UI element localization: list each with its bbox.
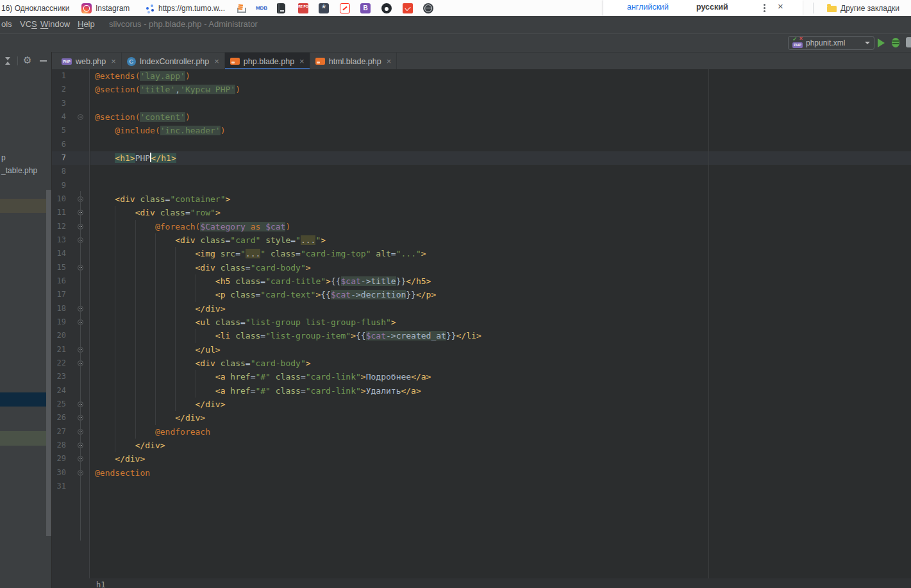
collapse-all-icon[interactable] [4, 57, 12, 65]
tab-php-blade-php[interactable]: php.blade.php × [225, 53, 310, 70]
code-line[interactable] [90, 138, 911, 151]
line-number: 15 [57, 261, 66, 274]
code-line[interactable]: <h1>PHP</h1> [90, 151, 911, 165]
translate-source-link[interactable]: английский [627, 3, 669, 12]
code-line[interactable]: <h5 class="card-title">{{$cat->title}}</… [90, 274, 911, 288]
menu-item-vcs[interactable]: VCS [20, 19, 37, 29]
code-line[interactable]: <img src="..." class="card-img-top" alt=… [90, 247, 911, 260]
code-token: <div [196, 358, 221, 368]
code-line[interactable]: <ul class="list-group list-group-flush"> [90, 315, 911, 329]
bookmark-globe[interactable] [423, 0, 433, 16]
line-number: 12 [57, 220, 66, 233]
code-line[interactable] [90, 97, 911, 110]
code-line[interactable]: <div class="card-body"> [90, 261, 911, 274]
code-line[interactable]: </div> [90, 411, 911, 424]
tab-indexcontroller-php[interactable]: C IndexController.php × [122, 53, 225, 70]
code-line[interactable]: @endsection [90, 466, 911, 480]
code-line[interactable]: <div class="card-body"> [90, 357, 911, 370]
bookmark-bootstrap[interactable]: B [360, 0, 371, 16]
bookmark-book[interactable] [277, 0, 285, 16]
hide-panel-icon[interactable] [40, 60, 47, 62]
translate-options-icon[interactable] [764, 4, 765, 6]
breadcrumb-h1[interactable]: h1 [96, 580, 105, 588]
code-line[interactable]: <a href="#" class="card-link">Удалить</a… [90, 384, 911, 398]
other-bookmarks-button[interactable]: Другие закладки [827, 0, 899, 16]
code-token: <a [215, 372, 230, 382]
indent-guide [115, 206, 115, 219]
code-token: = [301, 372, 306, 382]
code-line[interactable]: @include('inc.header') [90, 124, 911, 137]
code-lines[interactable]: @extends('lay.app')@section('title','Кур… [90, 69, 911, 578]
translate-target-link[interactable]: русский [696, 3, 728, 12]
code-token: > [326, 276, 331, 286]
menu-item-tools-partial[interactable]: ols [1, 19, 12, 29]
code-token: @include [115, 126, 155, 135]
bookmark-tumo[interactable]: https://gm.tumo.w... [144, 0, 225, 16]
tree-item-partial[interactable]: p [0, 151, 52, 165]
fold-marker-start[interactable] [78, 114, 83, 120]
code-line[interactable]: <div class="container"> [90, 192, 911, 206]
bookmark-laravel-outline[interactable] [340, 0, 350, 16]
tree-item-partial[interactable]: _table.php [0, 164, 52, 178]
close-icon[interactable]: × [214, 56, 219, 66]
tree-item-highlighted[interactable] [0, 199, 52, 213]
code-token: class [276, 372, 301, 382]
close-icon[interactable]: × [299, 56, 305, 66]
code-token: }} [396, 276, 406, 286]
line-number: 14 [57, 247, 66, 260]
coverage-icon-partial[interactable] [906, 37, 911, 47]
code-line[interactable]: </div> [90, 302, 911, 315]
gear-icon[interactable]: ⚙ [23, 55, 31, 65]
code-line[interactable]: @extends('lay.app') [90, 69, 911, 83]
code-line[interactable]: <a href="#" class="card-link">Подробнее<… [90, 370, 911, 383]
php-class-icon: C [127, 57, 136, 66]
bookmark-laravel[interactable] [403, 0, 413, 16]
tab-web-php[interactable]: PHP web.php × [56, 53, 122, 70]
code-line[interactable] [90, 179, 911, 192]
code-line[interactable]: @endforeach [90, 425, 911, 439]
folder-icon [827, 6, 837, 12]
bookmark-odnoklassniki[interactable]: 16) Одноклассники [1, 0, 69, 16]
code-token: @endforeach [155, 427, 210, 437]
editor[interactable]: 1234567891011121314151617181920212223242… [52, 69, 911, 578]
code-line[interactable]: </ul> [90, 343, 911, 357]
run-button[interactable] [878, 38, 885, 47]
code-token: </div> [115, 454, 145, 464]
bookmark-github[interactable] [381, 0, 392, 16]
translate-close-icon[interactable]: × [778, 1, 783, 12]
code-line[interactable]: </div> [90, 439, 911, 452]
run-configuration-select[interactable]: ✓×PHP phpunit.xml [788, 36, 874, 50]
bookmark-repo[interactable]: RE PO [298, 0, 308, 16]
bookmark-instagram[interactable]: Instagram [81, 0, 130, 16]
bookmark-stackoverflow[interactable] [235, 0, 246, 16]
line-number: 4 [62, 110, 66, 124]
code-line[interactable]: <p class="card-text">{{$cat->decrition}}… [90, 288, 911, 301]
line-number: 23 [57, 370, 66, 383]
code-line[interactable] [90, 165, 911, 178]
menu-item-window[interactable]: Window [40, 19, 70, 29]
tab-html-blade-php[interactable]: html.blade.php × [310, 53, 397, 70]
tree-item-selected[interactable] [0, 392, 52, 407]
code-line[interactable]: </div> [90, 398, 911, 411]
code-line[interactable]: @section('content') [90, 110, 911, 124]
code-line[interactable]: @foreach($Category as $cat) [90, 220, 911, 233]
code-line[interactable]: <li class="list-group-item">{{$cat->crea… [90, 329, 911, 342]
gutter-row: 2 [52, 83, 89, 96]
code-token: class [235, 276, 260, 286]
indent-guide [135, 425, 136, 439]
bookmark-mdb[interactable]: MDB [255, 0, 269, 16]
code-token: PHP [135, 153, 150, 163]
bookmark-spark[interactable] [319, 0, 329, 16]
close-icon[interactable]: × [387, 56, 392, 66]
debug-button[interactable] [892, 38, 899, 47]
code-line[interactable]: @section('title','Курсы PHP') [90, 83, 911, 96]
code-line[interactable]: <div class="row"> [90, 206, 911, 219]
code-line[interactable]: </div> [90, 452, 911, 466]
code-line[interactable] [90, 480, 911, 493]
tree-item-highlighted[interactable] [0, 431, 52, 446]
menu-item-help[interactable]: Help [78, 19, 95, 29]
project-scrollbar[interactable] [46, 190, 52, 536]
project-panel: ⚙ p _table.php [0, 52, 52, 588]
code-line[interactable]: <div class="card" style="..."> [90, 233, 911, 247]
close-icon[interactable]: × [111, 56, 116, 66]
